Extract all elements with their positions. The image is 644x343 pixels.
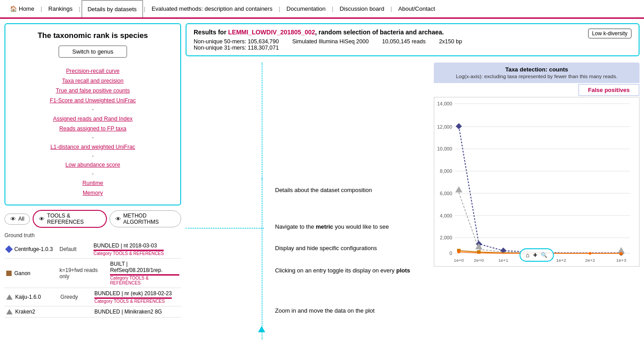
annotation-area: Details about the dataset composition Na… [186,63,429,286]
nav-sep-3: | [143,5,146,12]
tool-detail: BUILT | RefSeq/08.2018/1rep. [110,261,179,273]
nav-home-label: Home [19,5,34,12]
chart-header: Taxa detection: counts Log(x-axis): excl… [434,63,640,83]
false-positives-tab[interactable]: False positives [578,84,640,96]
nav-link-item[interactable]: Reads assigned to FP taxa [14,124,171,133]
toolbar-search-icon[interactable]: 🔍 [541,252,547,258]
nav-details[interactable]: Details by datasets [81,0,143,17]
nav-documentation[interactable]: Documentation [281,0,331,17]
svg-point-33 [458,251,460,253]
tool-detail: BUNDLED | nt 2018-03-03 [93,243,164,249]
chart-section: Details about the dataset composition Na… [186,63,640,286]
svg-text:12,000: 12,000 [437,124,452,130]
tool-detail: BUNDLED | Minikraken2 8G [94,309,162,315]
toolbar-home-icon[interactable]: ⌂ [526,251,530,259]
main-content: The taxonomic rank is species Switch to … [0,19,644,343]
tool-table: Centrifuge-1.0.3 Default BUNDLED | nt 20… [4,240,181,318]
eye-icon-tools: 👁 [39,216,45,222]
svg-text:14,000: 14,000 [437,101,452,106]
right-panel: Results for LEMMI_LOWDIV_201805_002, ran… [186,19,644,343]
left-panel: The taxonomic rank is species Switch to … [0,19,186,343]
nav-link-separator: - [14,170,171,178]
switch-to-genus-button[interactable]: Switch to genus [59,46,127,58]
chart-panel: Taxa detection: counts Log(x-axis): excl… [434,63,640,286]
nav-discussion[interactable]: Discussion board [334,0,390,17]
taxon-title: The taxonomic rank is species [14,31,171,40]
chart-svg: 14,000 12,000 10,000 8,000 6,000 4,000 2… [434,97,639,266]
nav-rankings[interactable]: Rankings [43,0,78,17]
nav-link-separator: - [14,134,171,142]
svg-text:4,000: 4,000 [440,213,452,218]
svg-text:1e+1: 1e+1 [498,258,508,263]
table-row[interactable]: Kaiju-1.6.0 Greedy BUNDLED | nr (euk) 20… [4,288,181,306]
table-row[interactable]: Centrifuge-1.0.3 Default BUNDLED | nt 20… [4,240,181,259]
svg-text:6,000: 6,000 [440,191,452,196]
home-icon: 🏠 [10,5,17,12]
nav-home[interactable]: 🏠 Home [4,0,40,17]
ground-truth-label: Ground truth [4,232,181,238]
chart-toolbar[interactable]: ⌂ + 🔍 [520,248,554,262]
annotation-4: Clicking on an entry toggle its display … [275,267,410,274]
toolbar-plus-icon[interactable]: + [533,251,537,259]
dotted-line-vertical-2 [262,179,263,339]
svg-marker-30 [455,186,462,192]
navbar: 🏠 Home | Rankings | Details by datasets … [0,0,644,19]
svg-text:2,000: 2,000 [440,235,452,240]
arrow-up-icon [258,326,265,332]
dotted-line-horizontal [186,228,264,229]
svg-marker-23 [456,123,462,130]
diamond-icon [5,246,13,253]
filter-all-button[interactable]: 👁 All [4,213,30,225]
nav-sep-5: | [331,5,334,12]
svg-text:1e+2: 1e+2 [556,258,567,263]
annotation-3: Display and hide specific configurations [275,245,377,251]
svg-text:1e+3: 1e+3 [616,258,627,263]
nav-evaluated[interactable]: Evaluated methods: description and conta… [146,0,278,17]
nav-link-item[interactable]: Runtime [14,179,171,188]
nav-sep-6: | [390,5,393,12]
nav-link-separator: - [14,152,171,160]
results-box: Results for LEMMI_LOWDIV_201805_002, ran… [186,23,640,56]
tool-detail: BUNDLED | nr (euk) 2018-02-23 [94,290,172,297]
nav-link-item[interactable]: Assigned reads and Rand Index [14,114,171,123]
filter-tools-button[interactable]: 👁 TOOLS & REFERENCES [33,210,106,228]
svg-point-34 [589,252,591,255]
svg-point-35 [620,252,623,255]
svg-text:2e+2: 2e+2 [585,258,595,263]
nav-link-item[interactable]: True and false positive counts [14,86,171,95]
dotted-line-vertical [262,63,263,179]
nav-links: Precision-recall curveTaxa recall and pr… [14,67,171,197]
annotation-5: Zoom in and move the data on the plot [275,307,375,314]
low-k-badge: Low k-diversity [588,29,631,38]
nav-link-item[interactable]: Taxa recall and precision [14,76,171,85]
triangle-icon [6,309,13,314]
nav-link-separator: - [14,106,171,113]
eye-icon-method: 👁 [115,216,121,222]
nav-about[interactable]: About/Contact [393,0,441,17]
chart-header-area: Taxa detection: counts Log(x-axis): excl… [434,63,640,97]
nav-sep-2: | [78,5,81,12]
triangle-icon [6,294,13,300]
annotation-2: Navigate to the metric you would like to… [275,223,389,230]
square-icon [6,271,12,276]
table-row[interactable]: Kraken2 BUNDLED | Minikraken2 8G [4,306,181,318]
table-row[interactable]: Ganon k=19+fwd reads only BUILT | RefSeq… [4,259,181,288]
svg-text:2e+0: 2e+0 [474,258,484,263]
results-meta: Non-unique 50-mers: 105,634,790Non-uniqu… [194,38,631,51]
svg-text:1e+0: 1e+0 [454,258,464,263]
nav-sep-4: | [278,5,281,12]
nav-link-item[interactable]: Precision-recall curve [14,67,171,75]
nav-link-item[interactable]: Low abundance score [14,160,171,169]
nav-sep-1: | [40,5,43,12]
nav-link-item[interactable]: L1-distance and weighted UniFrac [14,142,171,151]
nav-link-item[interactable]: F1-Score and Unweighted UniFrac [14,96,171,105]
eye-icon-all: 👁 [10,216,16,222]
chart-container: 14,000 12,000 10,000 8,000 6,000 4,000 2… [434,97,640,267]
taxon-box: The taxonomic rank is species Switch to … [4,23,181,205]
annotation-1: Details about the dataset composition [275,187,372,193]
nav-link-item[interactable]: Memory [14,188,171,197]
filter-method-button[interactable]: 👁 METHOD ALGORITHMS [110,210,181,227]
svg-text:10,000: 10,000 [437,146,452,151]
svg-text:8,000: 8,000 [440,168,452,174]
results-title: Results for LEMMI_LOWDIV_201805_002, ran… [194,29,444,36]
